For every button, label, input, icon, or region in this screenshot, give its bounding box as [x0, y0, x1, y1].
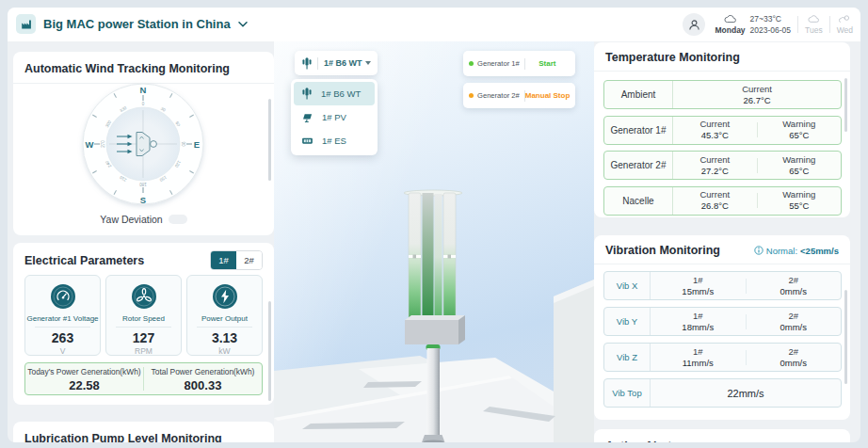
- wind-tracking-title: Automatic Wind Tracking Monitoring: [24, 62, 230, 75]
- device-selector[interactable]: 1# B6 WT: [295, 51, 378, 75]
- total-generation: Total Power Generation(kWh) 800.33: [144, 363, 262, 394]
- power-generation-summary: Today's Power Generation(kWh) 22.58 Tota…: [24, 362, 263, 395]
- generator-1-status-dot: [469, 61, 474, 66]
- wind-turbine-icon: [301, 87, 313, 101]
- chevron-down-icon: [238, 22, 248, 27]
- scrollbar[interactable]: [268, 301, 271, 401]
- today-generation: Today's Power Generation(kWh) 22.58: [25, 363, 143, 394]
- rotor-icon: [132, 284, 156, 309]
- vibration-row-y: Vib Y 1# 18mm/s 2# 0mm/s: [603, 307, 842, 336]
- dashboard: 1# B6 WT 1# B6 WT 1# PV: [8, 8, 860, 442]
- power-icon: [213, 284, 237, 309]
- stat-power-output: Power Output 3.13 kW: [186, 275, 263, 356]
- lubrication-card: Lubrication Pump Level Monitoring: [13, 422, 274, 442]
- dropdown-item-wt[interactable]: 1# B6 WT: [294, 82, 375, 105]
- vibration-row-z: Vib Z 1# 11mm/s 2# 0mm/s: [603, 343, 842, 372]
- top-bar-right: Monday 27~33°C 2023-06-05 Tues Wed: [683, 8, 853, 41]
- station-logo: [16, 14, 36, 34]
- scrollbar[interactable]: [844, 290, 847, 384]
- weather-date: 2023-06-05: [750, 25, 791, 36]
- weather-tuesday: Tues: [805, 14, 823, 35]
- generator-tabs: 1# 2#: [210, 250, 263, 270]
- temperature-row-generator-2: Generator 2# Current 27.2°C Warning 65°C: [603, 151, 842, 180]
- user-icon: [688, 19, 700, 31]
- svg-text:180: 180: [139, 182, 147, 186]
- wind-turbine-icon: [301, 56, 313, 71]
- voltage-gauge-icon: [51, 284, 75, 309]
- vibration-row-x: Vib X 1# 15mm/s 2# 0mm/s: [603, 271, 842, 300]
- chevron-down-icon: [365, 61, 371, 65]
- weather-details: 27~33°C 2023-06-05: [750, 14, 791, 35]
- weather-today: Monday: [715, 14, 745, 35]
- compass: N E S W 0 30 60 90 120 150 180 210 240 2…: [77, 78, 209, 214]
- generator-2-status-dot: [469, 93, 474, 98]
- scrollbar[interactable]: [844, 78, 847, 132]
- manual-stop-action: Manual Stop: [525, 91, 571, 100]
- compass-e: E: [194, 139, 200, 150]
- electrical-parameters-card: Electrical Parameters 1# 2# Generator #1…: [13, 243, 274, 405]
- dropdown-item-pv[interactable]: 1# PV: [294, 105, 375, 129]
- electrical-title: Electrical Parameters: [24, 254, 144, 267]
- vibration-title: Vibration Monitoring: [605, 244, 720, 257]
- vibration-row-top: Vib Top 22mm/s: [603, 378, 842, 408]
- generator-1-start-button[interactable]: Generator 1# Start: [463, 51, 575, 76]
- alerts-title: Action Alert: [605, 440, 671, 442]
- energy-storage-icon: [301, 135, 313, 147]
- sun-cloud-icon: [839, 14, 851, 24]
- alerts-card: Action Alert: [594, 429, 850, 442]
- tab-2[interactable]: 2#: [236, 251, 262, 269]
- station-selector[interactable]: Big MAC power Station in China: [16, 14, 248, 34]
- info-icon: [754, 246, 764, 255]
- scene-3d-view[interactable]: 1# B6 WT 1# B6 WT 1# PV: [274, 41, 594, 442]
- compass-s: S: [140, 195, 146, 205]
- temperature-rows: Ambient Current 26.7°C Generator 1# Curr…: [603, 80, 842, 221]
- station-name: Big MAC power Station in China: [43, 17, 231, 31]
- cloud-icon: [808, 14, 820, 24]
- weather-day: Monday: [715, 25, 745, 35]
- device-dropdown-menu: 1# B6 WT 1# PV 1# ES: [291, 79, 378, 155]
- yaw-value-placeholder: [169, 215, 187, 224]
- cloud-icon: [724, 14, 737, 24]
- compass-n: N: [140, 85, 147, 95]
- compass-w: W: [86, 139, 94, 150]
- svg-text:90: 90: [181, 141, 185, 147]
- factory-icon: [21, 19, 32, 30]
- selector-divider: [317, 57, 318, 70]
- vibration-card: Vibration Monitoring Normal: <25mm/s Vib…: [594, 235, 850, 420]
- stat-voltage: Generator #1 Voltage 263 V: [24, 275, 101, 356]
- temperature-title: Temperature Monitoring: [605, 51, 740, 64]
- temperature-row-generator-1: Generator 1# Current 45.3°C Warning 65°C: [603, 116, 842, 145]
- wind-tracking-card: Automatic Wind Tracking Monitoring: [13, 52, 274, 235]
- scrollbar[interactable]: [268, 99, 271, 181]
- temperature-row-ambient: Ambient Current 26.7°C: [603, 80, 842, 109]
- top-bar: Big MAC power Station in China Monday 27…: [8, 8, 860, 41]
- generator-controls: Generator 1# Start Generator 2# Manual S…: [463, 51, 575, 115]
- lubrication-title: Lubrication Pump Level Monitoring: [24, 432, 222, 442]
- start-action: Start: [525, 59, 570, 68]
- weather-wednesday: Wed: [837, 14, 853, 35]
- vibration-rows: Vib X 1# 15mm/s 2# 0mm/s Vib Y 1# 18mm/s: [603, 271, 842, 414]
- generator-2-manual-stop-button[interactable]: Generator 2# Manual Stop: [463, 83, 575, 108]
- solar-panel-icon: [301, 111, 313, 123]
- tab-1[interactable]: 1#: [211, 251, 236, 269]
- temperature-row-nacelle: Nacelle Current 26.8°C Warning 55°C: [603, 186, 842, 216]
- dropdown-item-es[interactable]: 1# ES: [294, 129, 375, 152]
- vibration-normal-note: Normal: <25mm/s: [754, 246, 839, 256]
- yaw-deviation-label: Yaw Deviation: [100, 214, 162, 225]
- weather-temp: 27~33°C: [750, 14, 791, 24]
- svg-text:270: 270: [101, 140, 105, 148]
- temperature-card: Temperature Monitoring Ambient Current 2…: [594, 42, 850, 217]
- stat-boxes: Generator #1 Voltage 263 V Rotor Speed: [24, 275, 263, 356]
- selected-device: 1# B6 WT: [324, 58, 362, 68]
- user-avatar[interactable]: [683, 13, 705, 36]
- stat-rotor-speed: Rotor Speed 127 RPM: [105, 275, 182, 356]
